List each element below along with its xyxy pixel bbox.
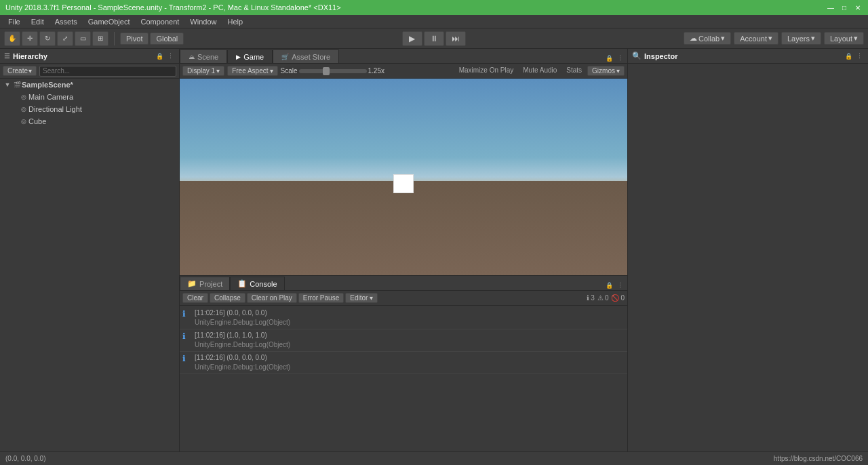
asset-tab-icon: 🛒 — [281, 54, 289, 60]
hierarchy-menu-btn[interactable]: ⋮ — [165, 52, 175, 61]
inspector-lock-btn[interactable]: 🔒 — [844, 52, 853, 61]
console-tab-icon: 📋 — [237, 279, 247, 288]
tab-project[interactable]: 📁 Project — [180, 277, 230, 290]
layout-button[interactable]: Layout ▾ — [824, 32, 864, 45]
display-dropdown[interactable]: Display 1 ▾ — [182, 66, 224, 76]
scale-value: 1.25x — [368, 67, 384, 75]
gizmos-dropdown-icon: ▾ — [616, 67, 620, 75]
collab-button[interactable]: ☁ Collab ▾ — [684, 32, 731, 45]
entry-text-1: [11:02:16] (1.0, 1.0, 1.0) UnityEngine.D… — [195, 331, 290, 350]
error-pause-button[interactable]: Error Pause — [298, 293, 344, 303]
stats-btn[interactable]: Stats — [562, 66, 586, 76]
layout-label: Layout — [830, 35, 852, 43]
pivot-toggle[interactable]: Pivot — [120, 33, 149, 45]
hierarchy-float-btns: 🔒 ⋮ — [155, 52, 175, 61]
hierarchy-item-camera[interactable]: ◎ Main Camera — [0, 91, 179, 103]
entry-info-icon-1: ℹ — [182, 331, 192, 341]
console-right-counts: ℹ 3 ⚠ 0 🚫 0 — [587, 294, 625, 302]
game-tab-icon: ▶ — [236, 54, 241, 60]
bottom-menu-btn[interactable]: ⋮ — [615, 281, 625, 290]
maximize-on-play-btn[interactable]: Maximize On Play — [455, 66, 518, 76]
scale-slider[interactable] — [299, 69, 367, 73]
view-menu-btn[interactable]: ⋮ — [615, 54, 625, 63]
aspect-dropdown[interactable]: Free Aspect ▾ — [227, 66, 277, 76]
menu-component[interactable]: Component — [135, 16, 184, 27]
console-tab-label: Console — [250, 280, 277, 288]
gizmos-label: Gizmos — [592, 67, 615, 75]
inspector-float-btns: 🔒 ⋮ — [844, 52, 864, 61]
hierarchy-lock-btn[interactable]: 🔒 — [155, 52, 164, 61]
step-button[interactable]: ⏭ — [446, 31, 466, 46]
clear-button[interactable]: Clear — [182, 293, 208, 303]
collapse-button[interactable]: Collapse — [210, 293, 245, 303]
tab-asset-store[interactable]: 🛒 Asset Store — [273, 49, 339, 63]
entry-info-icon-0: ℹ — [182, 309, 192, 319]
inspector-menu-btn[interactable]: ⋮ — [854, 52, 864, 61]
console-entry-0[interactable]: ℹ [11:02:16] (0.0, 0.0, 0.0) UnityEngine… — [180, 307, 627, 329]
hierarchy-scene[interactable]: ▼ 🎬 SampleScene* — [0, 79, 179, 91]
multi-tool[interactable]: ⊞ — [92, 31, 108, 46]
maximize-button[interactable]: □ — [840, 3, 849, 12]
cloud-icon: ☁ — [690, 34, 697, 43]
tab-console[interactable]: 📋 Console — [230, 277, 284, 290]
menu-assets[interactable]: Assets — [50, 16, 83, 27]
close-button[interactable]: ✕ — [853, 3, 863, 12]
play-button[interactable]: ▶ — [402, 31, 422, 46]
console-entry-2[interactable]: ℹ [11:02:16] (0.0, 0.0, 0.0) UnityEngine… — [180, 352, 627, 374]
tab-scene[interactable]: ⛰ Scene — [180, 49, 227, 63]
hierarchy-search-input[interactable] — [39, 66, 176, 77]
error-count-value: 0 — [620, 294, 625, 302]
pivot-global-group: Pivot Global — [120, 33, 184, 45]
entry-line2-1: UnityEngine.Debug:Log(Object) — [195, 340, 290, 350]
status-coords: (0.0, 0.0, 0.0) — [5, 455, 45, 462]
hierarchy-content: ▼ 🎬 SampleScene* ◎ Main Camera ◎ Directi… — [0, 79, 179, 465]
menu-edit[interactable]: Edit — [26, 16, 50, 27]
aspect-dropdown-icon: ▾ — [270, 67, 273, 75]
view-lock-btn[interactable]: 🔒 — [604, 54, 614, 63]
hierarchy-create-btn[interactable]: Create ▾ — [3, 66, 37, 76]
menu-window[interactable]: Window — [184, 16, 222, 27]
rotate-tool[interactable]: ↻ — [39, 31, 56, 46]
center-bottom: ⛰ Scene ▶ Game 🛒 Asset Store 🔒 ⋮ — [180, 49, 627, 465]
gizmos-dropdown[interactable]: Gizmos ▾ — [587, 66, 625, 76]
bottom-lock-btn[interactable]: 🔒 — [604, 281, 614, 290]
cube-icon: ◎ — [19, 118, 28, 125]
menu-file[interactable]: File — [3, 16, 26, 27]
title-bar: Unity 2018.3.7f1 Personal - SampleScene.… — [0, 0, 868, 15]
console-entry-1[interactable]: ℹ [11:02:16] (1.0, 1.0, 1.0) UnityEngine… — [180, 329, 627, 352]
menu-gameobject[interactable]: GameObject — [83, 16, 136, 27]
project-tab-label: Project — [199, 280, 222, 288]
account-dropdown-icon: ▾ — [768, 34, 772, 43]
cube-object — [393, 174, 414, 193]
minimize-button[interactable]: — — [826, 3, 835, 12]
entry-line1-0: [11:02:16] (0.0, 0.0, 0.0) — [195, 308, 290, 318]
warning-count: ⚠ 0 — [597, 294, 609, 302]
global-toggle[interactable]: Global — [150, 33, 184, 45]
hierarchy-item-cube[interactable]: ◎ Cube — [0, 115, 179, 127]
mute-audio-btn[interactable]: Mute Audio — [519, 66, 561, 76]
move-tool[interactable]: ✛ — [22, 31, 38, 46]
layers-dropdown-icon: ▾ — [811, 34, 815, 43]
tab-game[interactable]: ▶ Game — [227, 49, 273, 63]
hierarchy-item-light[interactable]: ◎ Directional Light — [0, 103, 179, 115]
create-dropdown-icon: ▾ — [28, 67, 32, 75]
scene-tab-icon: ⛰ — [189, 54, 195, 60]
console-content: ℹ [11:02:16] (0.0, 0.0, 0.0) UnityEngine… — [180, 306, 627, 465]
warning-count-value: 0 — [605, 294, 609, 302]
scale-tool[interactable]: ⤢ — [57, 31, 73, 46]
clear-on-play-button[interactable]: Clear on Play — [247, 293, 297, 303]
inspector-header: 🔍 Inspector 🔒 ⋮ — [628, 49, 868, 64]
toolbar-right: ☁ Collab ▾ Account ▾ Layers ▾ Layout ▾ — [684, 32, 864, 45]
menu-help[interactable]: Help — [222, 16, 248, 27]
pause-button[interactable]: ⏸ — [424, 31, 444, 46]
account-button[interactable]: Account ▾ — [734, 32, 778, 45]
hand-tool[interactable]: ✋ — [4, 31, 20, 46]
info-count-value: 3 — [591, 294, 595, 302]
rect-tool[interactable]: ▭ — [75, 31, 91, 46]
console-toolbar: Clear Collapse Clear on Play Error Pause… — [180, 291, 627, 306]
status-url: https://blog.csdn.net/COC066 — [774, 455, 863, 462]
bottom-float-btns: 🔒 ⋮ — [604, 281, 627, 290]
editor-dropdown[interactable]: Editor ▾ — [345, 293, 378, 303]
layers-button[interactable]: Layers ▾ — [781, 32, 821, 45]
view-float-btns: 🔒 ⋮ — [604, 54, 627, 63]
